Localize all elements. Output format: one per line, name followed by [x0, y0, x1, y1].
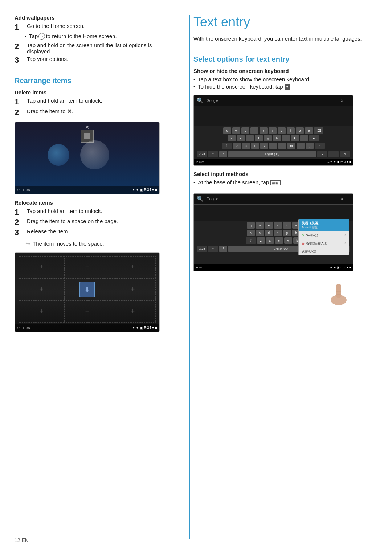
kb-key-c[interactable]: c — [251, 143, 259, 149]
kb-key-u[interactable]: u — [278, 127, 286, 134]
kb-slash-key[interactable]: / — [219, 151, 227, 157]
kb-key-m[interactable]: m — [287, 143, 295, 149]
page-title: Text entry — [193, 15, 377, 30]
select-input-subsection: Select input methods At the base of the … — [193, 171, 377, 185]
kb-key-k[interactable]: k — [291, 135, 299, 141]
nav-back: ↩ — [17, 188, 20, 192]
kb-key-o[interactable]: o — [296, 127, 304, 134]
input-menu-item-4[interactable]: 设置输入法 — [299, 247, 349, 255]
kb2-key-f[interactable]: f — [274, 230, 282, 236]
kb-key-x[interactable]: x — [242, 143, 250, 149]
hand-container — [193, 276, 353, 305]
kb-key-t[interactable]: t — [260, 127, 268, 134]
input-menu-item-3[interactable]: 谷 谷歌拼音输入法 ↕ — [299, 239, 349, 247]
input-menu-item-1[interactable]: 英语（美国） Android 键盘 ↕ — [299, 219, 349, 231]
kb-key-v[interactable]: v — [260, 143, 268, 149]
kb2-key-e[interactable]: e — [265, 222, 273, 229]
nav-apps-2: ▭ — [26, 326, 30, 330]
kb-dot-key[interactable]: - — [317, 151, 327, 157]
kb-key-j[interactable]: j — [282, 135, 290, 141]
kb2-key-a[interactable]: a — [247, 230, 255, 236]
kb-shift[interactable]: ⇧ — [222, 143, 232, 149]
step-2: 2 Tap and hold on the screen until the l… — [15, 42, 174, 54]
keyboard-screenshot-1: 🔍 Google ✕ ⋮ q w e r t y u — [193, 95, 353, 166]
nav-home: ○ — [22, 188, 24, 192]
kb-status-bar-1: ↩ ○ ▭ – ✦ ✦ ▣ 5:34 ▾ ■ — [194, 159, 353, 165]
kb2-key-x[interactable]: x — [266, 237, 274, 244]
kb-input-method-key[interactable]: d — [340, 151, 350, 157]
svg-rect-3 — [87, 136, 90, 139]
show-hide-bullet-1: Tap a text box to show the onscreen keyb… — [193, 76, 377, 82]
kb2-num-key[interactable]: ?123 — [197, 246, 207, 252]
kb-row-2: a s d f g h j k l ↵ — [195, 135, 351, 141]
select-input-bullets: At the base of the screen, tap ▦▦. — [193, 179, 377, 185]
kb-num-key[interactable]: ?123 — [197, 151, 207, 157]
kb-key-q[interactable]: q — [223, 127, 231, 134]
kb-status-bar-2: ↩ ○ ▭ – ✦ ✦ ▣ 5:05 ▾ ■ — [194, 264, 353, 271]
status-icons: ✦ ✦ ▣ 5:34 ▾ ■ — [132, 188, 157, 192]
kb2-key-t[interactable]: t — [283, 222, 291, 229]
relocate-items-subsection: Relocate items 1 Tap and hold an item to… — [15, 200, 174, 247]
kb-key-f[interactable]: f — [255, 135, 263, 141]
kb-key-y[interactable]: y — [269, 127, 277, 134]
kb-space-key[interactable]: English (US) — [228, 151, 316, 157]
kb2-key-z[interactable]: z — [257, 237, 265, 244]
kb2-key-w[interactable]: w — [256, 222, 264, 229]
kb-key-dot[interactable]: . — [297, 143, 305, 149]
kb-shift-r[interactable]: ↔ — [315, 143, 325, 149]
kb-close-btn-1: ✕ — [340, 99, 343, 103]
kb-key-a[interactable]: a — [228, 135, 236, 141]
kb-period-key[interactable]: . — [328, 151, 339, 157]
kb-bottom-row: ?123 * / English (US) - . d — [195, 150, 351, 158]
add-wallpapers-steps: 1 Go to the Home screen. Tap ⌂ to return… — [15, 23, 174, 65]
kb2-star-key[interactable]: * — [208, 246, 218, 252]
kb-key-s[interactable]: s — [237, 135, 245, 141]
status-bar-2: ↩ ○ ▭ ✦ ✦ ▣ 5:34 ▾ ■ — [15, 324, 159, 332]
step-3: 3 Tap your options. — [15, 56, 174, 65]
kb-key-i[interactable]: i — [287, 127, 295, 134]
kb-rows-1: q w e r t y u i o p ⌫ a s — [194, 126, 353, 159]
nav-home-2: ○ — [22, 326, 24, 330]
kb-key-w[interactable]: w — [232, 127, 240, 134]
kb-menu-btn-1: ⋮ — [346, 99, 350, 103]
input-menu-item-2[interactable]: G Go输入法 ↕ — [299, 231, 349, 239]
kb-enter[interactable]: ↵ — [309, 135, 319, 141]
download-icon: ⬇ — [84, 285, 90, 294]
kb-top-bar-1: 🔍 Google ✕ ⋮ — [194, 95, 353, 106]
kb2-key-v[interactable]: v — [284, 237, 292, 244]
kb2-key-g[interactable]: g — [283, 230, 291, 236]
kb-search-text-1: Google — [207, 99, 218, 103]
relocate-step-3: 3 Release the item. — [15, 228, 174, 237]
kb-key-comma[interactable]: , — [306, 143, 314, 149]
kb2-key-r[interactable]: r — [274, 222, 282, 229]
kb-key-l[interactable]: l — [300, 135, 308, 141]
bg-circle-2 — [80, 140, 109, 169]
kb-key-z[interactable]: z — [233, 143, 241, 149]
kb2-key-q[interactable]: q — [247, 222, 255, 229]
kb2-key-d[interactable]: d — [265, 230, 273, 236]
kb2-key-s[interactable]: s — [256, 230, 264, 236]
delete-step-2: 2 Drag the item to ✕. — [15, 108, 174, 117]
kb-key-b[interactable]: b — [269, 143, 277, 149]
relocate-items-title: Relocate items — [15, 200, 174, 206]
kb-key-n[interactable]: n — [278, 143, 286, 149]
kb-search-text-2: Google — [207, 197, 218, 201]
step-1-sub: Tap ⌂ to return to the Home screen. — [25, 33, 174, 41]
kb-key-r[interactable]: r — [250, 127, 258, 134]
kb-key-p[interactable]: p — [305, 127, 313, 134]
kb2-key-c[interactable]: c — [275, 237, 283, 244]
kb2-shift[interactable]: ⇧ — [246, 237, 256, 244]
kb-backspace[interactable]: ⌫ — [314, 127, 323, 134]
kb-key-e[interactable]: e — [241, 127, 249, 134]
delete-items-title: Delete items — [15, 89, 174, 95]
left-column: Add wallpapers 1 Go to the Home screen. … — [15, 15, 174, 539]
kb2-slash-key[interactable]: / — [219, 246, 227, 252]
svg-rect-5 — [336, 284, 341, 298]
kb-key-d[interactable]: d — [246, 135, 254, 141]
kb-comma-key[interactable]: * — [208, 151, 218, 157]
bg-circle-1 — [48, 144, 69, 166]
relocate-items-steps: 1 Tap and hold an item to unlock. 2 Drag… — [15, 208, 174, 237]
kb-key-h[interactable]: h — [273, 135, 281, 141]
kb-key-g[interactable]: g — [264, 135, 272, 141]
kb-close-btn-2: ✕ — [340, 197, 343, 201]
